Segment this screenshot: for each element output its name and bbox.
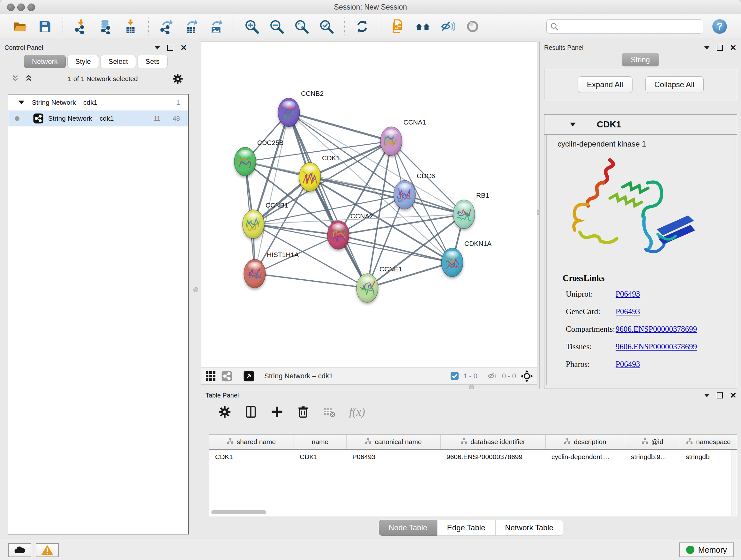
help-icon[interactable]: ? [712, 18, 728, 35]
column-header-database-identifier[interactable]: database identifier [441, 435, 546, 449]
open-session-icon[interactable] [12, 18, 28, 35]
tab-network[interactable]: Network [24, 55, 66, 68]
network-options-gear-icon[interactable] [172, 73, 183, 84]
panel-close-icon[interactable]: ✕ [180, 45, 187, 50]
pan-crosshair-icon[interactable] [521, 370, 533, 382]
panel-close-icon[interactable]: ✕ [730, 393, 737, 398]
import-network-database-icon[interactable] [98, 18, 114, 35]
table-vertical-scrollbar[interactable] [731, 449, 737, 516]
pharos-link[interactable]: P06493 [616, 360, 640, 369]
column-header--id[interactable]: @id [625, 435, 680, 449]
network-edge[interactable] [338, 235, 452, 262]
export-table-icon[interactable] [183, 18, 199, 35]
network-node-rb1[interactable]: RB1 [453, 192, 489, 229]
warnings-button[interactable] [36, 543, 59, 557]
grid-view-icon[interactable] [205, 371, 216, 381]
table-cell[interactable]: 9606.ENSP00000378699 [441, 449, 546, 464]
table-cell[interactable]: stringdb [680, 449, 737, 464]
tab-sets[interactable]: Sets [138, 55, 167, 68]
table-cell[interactable]: P06493 [347, 449, 441, 464]
export-image-icon[interactable] [208, 18, 224, 35]
panel-float-icon[interactable] [167, 45, 173, 51]
crosslink-row: Tissues: 9606.ENSP00000378699 [547, 338, 735, 355]
cloud-status-button[interactable] [8, 543, 31, 557]
network-row[interactable]: String Network – cdk1 11 48 [8, 111, 188, 126]
table-cell[interactable]: CDK1 [209, 449, 294, 464]
expand-all-networks-icon[interactable] [24, 74, 33, 83]
column-header-namespace[interactable]: namespace [680, 435, 737, 449]
column-header-name[interactable]: name [294, 435, 347, 449]
network-collection-row[interactable]: String Network – cdk1 1 [8, 95, 188, 111]
show-all-nodes-icon[interactable] [415, 18, 431, 35]
network-node-cdkn1a[interactable]: CDKN1A [441, 240, 491, 277]
tab-select[interactable]: Select [100, 55, 136, 68]
birdseye-view-icon[interactable] [243, 370, 255, 382]
tab-edge-table[interactable]: Edge Table [437, 520, 495, 536]
save-session-icon[interactable] [37, 18, 53, 35]
panel-float-icon[interactable] [717, 45, 723, 51]
selected-checkbox-icon[interactable] [450, 372, 459, 380]
import-network-file-icon[interactable] [73, 18, 89, 35]
network-thumbnail-icon[interactable] [221, 370, 232, 382]
zoom-selected-icon[interactable] [319, 18, 334, 35]
hide-selected-icon[interactable] [440, 18, 456, 35]
network-edge[interactable] [255, 273, 367, 288]
workspace: Control Panel ✕ Network Style Select Set… [0, 39, 741, 540]
import-table-file-icon[interactable] [123, 18, 138, 35]
refresh-icon[interactable] [354, 18, 370, 35]
clone-network-icon[interactable] [390, 18, 406, 35]
function-builder-icon[interactable]: f(x) [349, 405, 365, 419]
collapse-all-button[interactable]: Collapse All [645, 76, 704, 93]
table-settings-gear-icon[interactable] [218, 406, 231, 418]
scrollbar-thumb[interactable] [211, 510, 266, 514]
show-columns-icon[interactable] [245, 406, 257, 418]
uniprot-link[interactable]: P06493 [616, 290, 640, 299]
gene-section-header[interactable]: CDK1 [544, 115, 737, 135]
table-cell[interactable]: cyclin-dependent ... [546, 449, 625, 464]
tab-style[interactable]: Style [67, 55, 99, 68]
genecard-link[interactable]: P06493 [616, 307, 640, 316]
delete-column-icon[interactable] [297, 406, 310, 418]
left-splitter-handle[interactable] [193, 287, 198, 292]
preview-icon[interactable] [465, 18, 481, 35]
panel-menu-icon[interactable] [704, 394, 710, 397]
search-input[interactable] [546, 19, 703, 34]
node-table[interactable]: shared namenamecanonical namedatabase id… [209, 435, 737, 516]
collapse-all-networks-icon[interactable] [11, 74, 20, 83]
column-header-description[interactable]: description [546, 435, 625, 449]
panel-float-icon[interactable] [717, 392, 723, 398]
zoom-out-icon[interactable] [269, 18, 285, 35]
memory-button[interactable]: Memory [679, 543, 734, 557]
expand-all-button[interactable]: Expand All [578, 76, 632, 93]
network-canvas[interactable]: CCNB2CCNA1CDC25BCDK1CDC6RB1CCNB1CCNA2CDK… [201, 42, 537, 385]
search-field[interactable] [546, 19, 703, 34]
panel-menu-icon[interactable] [704, 46, 710, 50]
tab-node-table[interactable]: Node Table [379, 520, 437, 536]
column-header-shared-name[interactable]: shared name [209, 435, 294, 449]
panel-menu-icon[interactable] [154, 46, 160, 50]
table-cell[interactable]: CDK1 [294, 449, 347, 464]
export-network-icon[interactable] [158, 18, 174, 35]
crosslink-label: Tissues: [566, 342, 616, 351]
tissues-link[interactable]: 9606.ENSP00000378699 [616, 342, 697, 351]
network-node-ccna1[interactable]: CCNA1 [381, 118, 426, 155]
tab-network-table[interactable]: Network Table [495, 520, 563, 536]
network-edge[interactable] [289, 112, 464, 214]
compartments-link[interactable]: 9606.ENSP00000378699 [616, 325, 697, 334]
gene-expander-icon[interactable] [570, 123, 576, 126]
collection-expander-icon[interactable] [18, 101, 24, 105]
network-node-hist1h1a[interactable]: HIST1H1A [244, 251, 299, 288]
network-edge[interactable] [289, 112, 367, 288]
zoom-in-icon[interactable] [244, 18, 260, 35]
create-column-icon[interactable] [271, 406, 283, 418]
table-horizontal-scrollbar[interactable] [211, 510, 266, 515]
delete-table-icon[interactable] [323, 406, 336, 418]
network-edge[interactable] [255, 112, 289, 273]
table-cell[interactable]: stringdb:9... [625, 449, 680, 464]
zoom-fit-icon[interactable] [293, 18, 310, 35]
tab-string[interactable]: String [622, 53, 659, 66]
table-row[interactable]: CDK1CDK1P064939606.ENSP00000378699cyclin… [209, 449, 737, 464]
hidden-eye-slash-icon[interactable] [487, 371, 497, 381]
column-header-canonical-name[interactable]: canonical name [347, 435, 441, 449]
panel-close-icon[interactable]: ✕ [730, 45, 737, 50]
